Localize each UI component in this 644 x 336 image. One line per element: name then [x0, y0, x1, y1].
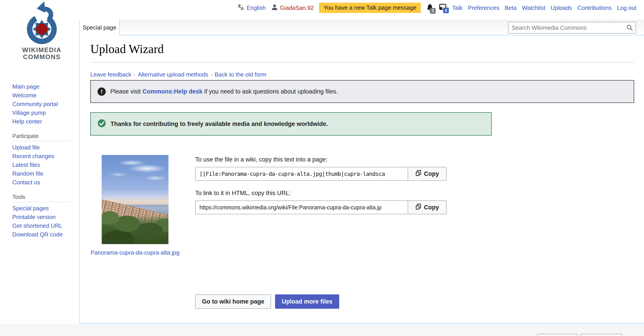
sidebar-item-special-pages[interactable]: Special pages: [12, 205, 49, 212]
language-icon: A: [237, 3, 245, 13]
search-box: [508, 22, 636, 34]
sidebar-main-links: Main page Welcome Community portal Villa…: [12, 82, 73, 126]
footer-strip: [0, 324, 644, 336]
wikitext-copy-button[interactable]: Copy: [408, 167, 446, 181]
sidebar-item-download-qr-code[interactable]: Download QR code: [12, 231, 62, 238]
back-to-old-form-link[interactable]: Back to the old form: [215, 71, 266, 78]
sidebar-item-help-center[interactable]: Help center: [12, 118, 42, 125]
sidebar-item-upload-file[interactable]: Upload file: [12, 144, 40, 151]
wikitext-copy-group: Copy: [195, 167, 446, 181]
thumbnail-pine-trees: [102, 210, 168, 244]
sidebar-item-contact-us[interactable]: Contact us: [12, 179, 40, 186]
sidebar-item-printable-version[interactable]: Printable version: [12, 214, 56, 220]
footer-partial-button-left[interactable]: [537, 334, 578, 336]
alerts-count-badge: 2: [430, 8, 436, 14]
subnav-separator: ·: [210, 71, 212, 78]
check-icon: [98, 119, 106, 129]
wikitext-label: To use the file in a wiki, copy this tex…: [195, 156, 327, 163]
url-copy-group: Copy: [195, 200, 446, 214]
leave-feedback-link[interactable]: Leave feedback: [90, 71, 132, 78]
personal-bar: A English GiadaSan.92 You have a new Tal…: [237, 3, 636, 13]
page-title: Upload Wizard: [90, 42, 164, 56]
tab-special-page[interactable]: Special page: [80, 20, 120, 35]
exclamation-icon: !: [98, 88, 106, 96]
talk-link[interactable]: Talk: [452, 5, 462, 12]
language-selector[interactable]: A English: [237, 3, 266, 13]
logo-wordmark-line2: COMMONS: [16, 54, 68, 60]
svg-text:A: A: [240, 6, 244, 11]
url-label: To link to it in HTML, copy this URL:: [195, 190, 291, 197]
sidebar-participate-links: Upload file Recent changes Latest files …: [12, 143, 73, 187]
help-notice-pre: Please visit: [110, 88, 142, 95]
wikitext-input[interactable]: [195, 167, 408, 181]
help-desk-link[interactable]: Commons:Help desk: [142, 88, 202, 95]
copy-icon: [415, 204, 422, 211]
uploaded-image-thumbnail[interactable]: [102, 155, 168, 244]
thumbnail-sky-clouds: [102, 159, 168, 194]
sidebar-item-village-pump[interactable]: Village pump: [12, 109, 46, 116]
sidebar-tools-links: Special pages Printable version Get shor…: [12, 204, 73, 239]
footer-partial-button-right[interactable]: [581, 334, 622, 336]
user-menu[interactable]: GiadaSan.92: [271, 4, 314, 12]
copy-icon: [415, 170, 422, 178]
url-copy-button[interactable]: Copy: [408, 200, 446, 214]
alerts-bell-button[interactable]: 2: [426, 3, 434, 13]
uploads-link[interactable]: Uploads: [551, 5, 572, 12]
wikimedia-commons-logo[interactable]: WIKIMEDIA COMMONS: [16, 1, 68, 60]
success-notice-text: Thanks for contributing to freely availa…: [110, 121, 328, 128]
url-input[interactable]: [195, 200, 408, 214]
beta-link[interactable]: Beta: [505, 5, 517, 12]
messages-tray-button[interactable]: 2: [439, 4, 447, 12]
subnav-links: Leave feedback·Alternative upload method…: [90, 71, 266, 78]
contributions-link[interactable]: Contributions: [577, 5, 612, 12]
success-notice: Thanks for contributing to freely availa…: [90, 112, 492, 136]
copy-button-label: Copy: [424, 204, 439, 211]
content-area: Upload Wizard Leave feedback·Alternative…: [80, 35, 644, 324]
sidebar-item-community-portal[interactable]: Community portal: [12, 101, 58, 107]
sidebar-item-get-shortened-url[interactable]: Get shortened URL: [12, 222, 62, 229]
help-desk-notice: ! Please visit Commons:Help desk if you …: [90, 80, 634, 103]
sidebar: Main page Welcome Community portal Villa…: [12, 82, 73, 239]
user-icon: [271, 4, 278, 12]
uploaded-file-name-link: Panorama-cupra-da-cupra-alta.jpg: [90, 249, 180, 256]
go-to-wiki-home-button[interactable]: Go to wiki home page: [195, 294, 271, 309]
username[interactable]: GiadaSan.92: [280, 5, 314, 12]
help-notice-text: Please visit Commons:Help desk if you ne…: [110, 88, 338, 95]
sidebar-item-recent-changes[interactable]: Recent changes: [12, 153, 54, 160]
language-label[interactable]: English: [247, 5, 266, 12]
copy-button-label: Copy: [424, 170, 439, 177]
file-name-link-text[interactable]: Panorama-cupra-da-cupra-alta.jpg: [90, 249, 179, 256]
sidebar-heading-tools: Tools: [12, 194, 70, 202]
action-buttons: Go to wiki home page Upload more files: [195, 294, 339, 309]
subnav-separator: ·: [134, 71, 136, 78]
messages-count-badge: 2: [443, 8, 449, 13]
search-input[interactable]: [508, 24, 624, 31]
sidebar-heading-participate: Participate: [12, 133, 70, 141]
logo-wordmark-line1: WIKIMEDIA: [16, 47, 68, 54]
commons-logo-icon: [21, 42, 63, 46]
logout-link[interactable]: Log out: [617, 5, 636, 12]
help-notice-post: if you need to ask questions about uploa…: [202, 88, 338, 95]
sidebar-item-latest-files[interactable]: Latest files: [12, 162, 40, 168]
sidebar-item-random-file[interactable]: Random file: [12, 170, 44, 177]
talk-page-alert-banner[interactable]: You have a new Talk page message: [319, 3, 421, 13]
alternative-upload-methods-link[interactable]: Alternative upload methods: [138, 71, 208, 78]
search-button[interactable]: [624, 24, 636, 31]
upload-more-files-button[interactable]: Upload more files: [275, 294, 339, 309]
watchlist-link[interactable]: Watchlist: [522, 5, 546, 12]
sidebar-item-welcome[interactable]: Welcome: [12, 92, 36, 99]
preferences-link[interactable]: Preferences: [468, 5, 499, 12]
sidebar-item-main-page[interactable]: Main page: [12, 83, 39, 90]
